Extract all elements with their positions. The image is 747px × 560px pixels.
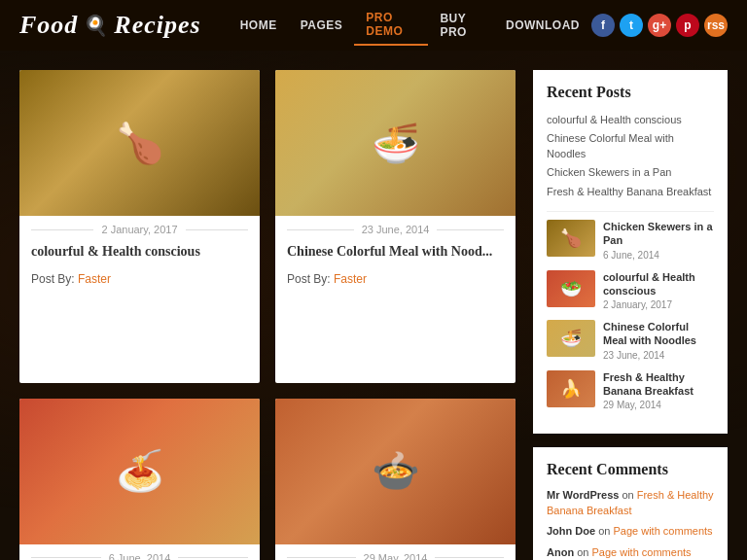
post-image-1[interactable]: 🍗 [19,70,260,216]
rpi-info-1: Chicken Skewers in a Pan 6 June, 2014 [603,220,714,261]
date-divider-left-3 [31,557,101,558]
comment-preposition-2: on [598,525,613,537]
post-date-1: 2 January, 2017 [93,224,185,235]
rpi-thumb-1[interactable]: 🍗 [547,220,595,257]
rpi-thumb-4[interactable]: 🍌 [547,370,595,407]
nav-home[interactable]: HOME [229,13,289,38]
recent-posts-title: Recent Posts [547,84,714,101]
recent-post-item-2: 🥗 colourful & Health conscious 2 January… [547,270,714,311]
date-divider-right-4 [435,557,504,558]
recent-post-text-1[interactable]: colourful & Health conscious [547,111,714,129]
post-author-1: Post By: Faster [19,268,260,296]
date-divider-right-1 [186,229,248,230]
rpi-date-4: 29 May, 2014 [603,400,714,410]
nav-pro-demo[interactable]: PRO DEMO [354,5,428,46]
author-link-2[interactable]: Faster [334,272,367,286]
post-author-2: Post By: Faster [275,268,516,296]
date-divider-right-2 [437,229,504,230]
pinterest-icon[interactable]: p [676,14,699,37]
recent-comments-title: Recent Comments [547,461,714,478]
recent-comments-widget: Recent Comments Mr WordPress on Fresh & … [533,447,728,560]
post-meta-4: 29 May, 2014 [275,544,516,560]
rpi-title-1[interactable]: Chicken Skewers in a Pan [603,220,714,248]
rpi-title-4[interactable]: Fresh & Healthy Banana Breakfast [603,370,714,399]
recent-post-item-1: 🍗 Chicken Skewers in a Pan 6 June, 2014 [547,220,714,261]
post-date-line-2: 23 June, 2014 [287,224,504,235]
comment-item-1: Mr WordPress on Fresh & Healthy Banana B… [547,488,714,518]
post-image-3[interactable]: 🍝 [19,399,260,544]
date-divider-right-3 [178,557,248,558]
rpi-title-3[interactable]: Chinese Colorful Meal with Noodles [603,320,714,348]
post-date-line-3: 6 June, 2014 [31,552,248,560]
recent-posts-widget: Recent Posts colourful & Health consciou… [533,70,728,434]
post-card-3: 🍝 6 June, 2014 Chicken Skewers in a Pan … [19,399,260,560]
posts-grid: 🍗 2 January, 2017 colourful & Health con… [19,70,516,560]
post-card-4: 🍲 29 May, 2014 Fresh & Healthy Banana Br… [275,399,516,560]
main-nav: HOME PAGES PRO DEMO BUY PRO DOWNLOAD [229,5,591,46]
googleplus-icon[interactable]: g+ [648,14,671,37]
rss-icon[interactable]: rss [704,14,728,37]
nav-pages[interactable]: PAGES [289,13,355,38]
rpi-thumb-3[interactable]: 🍜 [547,320,595,357]
rpi-thumb-2[interactable]: 🥗 [547,270,595,307]
main-content: 🍗 2 January, 2017 colourful & Health con… [0,51,747,560]
post-image-4[interactable]: 🍲 [275,399,516,544]
logo-text-food: Food [19,11,78,40]
post-meta-2: 23 June, 2014 [275,216,516,239]
author-link-1[interactable]: Faster [78,272,111,286]
recent-post-item-3: 🍜 Chinese Colorful Meal with Noodles 23 … [547,320,714,361]
post-date-3: 6 June, 2014 [101,552,179,560]
divider-1 [547,211,714,212]
rpi-info-4: Fresh & Healthy Banana Breakfast 29 May,… [603,370,714,411]
recent-post-item-4: 🍌 Fresh & Healthy Banana Breakfast 29 Ma… [547,370,714,411]
post-date-line-1: 2 January, 2017 [31,224,248,235]
post-title-1[interactable]: colourful & Health conscious [19,239,260,268]
rpi-title-2[interactable]: colourful & Health conscious [603,270,714,298]
date-divider-left-4 [287,557,356,558]
post-card-2: 🍜 23 June, 2014 Chinese Colorful Meal wi… [275,70,516,383]
rpi-info-2: colourful & Health conscious 2 January, … [603,270,714,311]
rpi-date-2: 2 January, 2017 [603,299,714,310]
recent-post-text-4[interactable]: Fresh & Healthy Banana Breakfast [547,183,714,201]
date-divider-left-2 [287,229,354,230]
rpi-info-3: Chinese Colorful Meal with Noodles 23 Ju… [603,320,714,361]
comment-author-2: John Doe [547,525,595,537]
nav-download[interactable]: DOWNLOAD [494,13,591,38]
sidebar: Recent Posts colourful & Health consciou… [533,70,728,560]
nav-buy-pro[interactable]: BUY PRO [428,6,494,45]
post-meta-1: 2 January, 2017 [19,216,260,239]
comment-preposition-1: on [622,489,636,501]
post-date-2: 23 June, 2014 [354,224,438,235]
date-divider-left-1 [31,229,93,230]
comment-link-3[interactable]: Page with comments [591,546,691,558]
recent-post-text-3[interactable]: Chicken Skewers in a Pan [547,163,714,182]
site-logo[interactable]: Food 🍳 Recipes [19,11,201,40]
facebook-icon[interactable]: f [591,14,615,37]
comment-item-3: Anon on Page with comments [547,545,714,560]
social-icons-group: f t g+ p rss [591,14,728,37]
rpi-date-3: 23 June, 2014 [603,350,714,361]
post-date-4: 29 May, 2014 [356,552,436,560]
twitter-icon[interactable]: t [620,14,643,37]
comment-link-2[interactable]: Page with comments [613,525,712,537]
post-image-2[interactable]: 🍜 [275,70,516,216]
comment-author-1: Mr WordPress [547,489,619,501]
logo-icon: 🍳 [84,14,108,37]
comment-preposition-3: on [577,546,591,558]
recent-post-text-2[interactable]: Chinese Colorful Meal with Noodles [547,129,714,163]
comment-author-3: Anon [547,546,574,558]
site-header: Food 🍳 Recipes HOME PAGES PRO DEMO BUY P… [0,0,747,51]
recent-posts-text-list: colourful & Health conscious Chinese Col… [547,111,714,201]
rpi-date-1: 6 June, 2014 [603,250,714,261]
post-date-line-4: 29 May, 2014 [287,552,504,560]
post-meta-3: 6 June, 2014 [19,544,260,560]
post-title-2[interactable]: Chinese Colorful Meal with Nood... [275,239,516,268]
logo-text-recipes: Recipes [114,11,200,40]
comment-item-2: John Doe on Page with comments [547,524,714,539]
post-card-1: 🍗 2 January, 2017 colourful & Health con… [19,70,260,383]
